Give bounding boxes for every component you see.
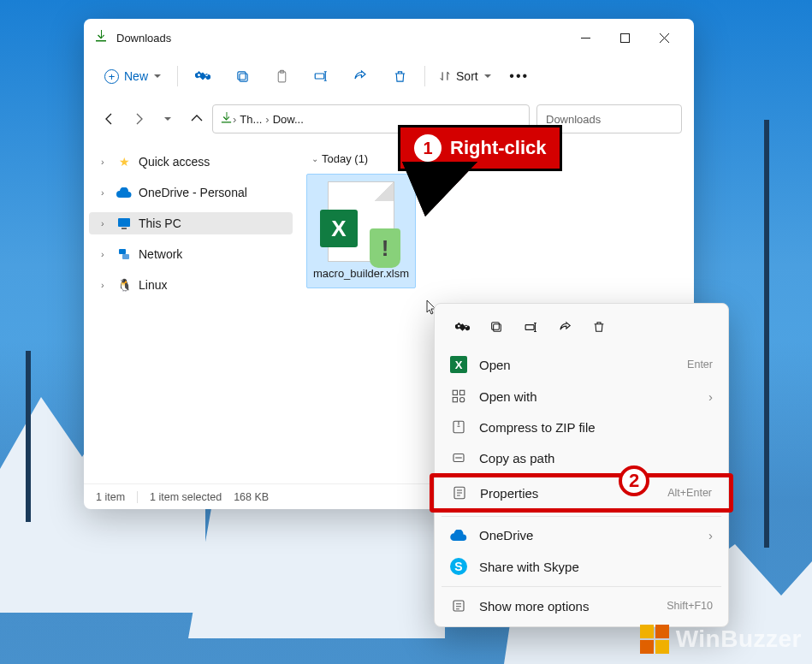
svg-rect-9 — [122, 254, 129, 259]
copy-button[interactable] — [224, 62, 260, 91]
forward-button[interactable] — [125, 104, 152, 133]
ctx-cut-button[interactable] — [447, 314, 477, 340]
pc-icon — [116, 217, 132, 229]
ctx-skype[interactable]: S Share with Skype — [435, 550, 728, 583]
sidebar: › ★ Quick access › OneDrive - Personal ›… — [84, 144, 298, 480]
ctx-more-options[interactable]: Show more options Shift+F10 — [435, 590, 728, 621]
properties-icon — [451, 485, 468, 501]
ctx-share-button[interactable] — [549, 314, 580, 340]
sidebar-item-onedrive[interactable]: › OneDrive - Personal — [89, 181, 293, 204]
copy-path-icon — [450, 450, 467, 465]
context-toolbar — [435, 309, 728, 348]
close-button[interactable] — [644, 24, 684, 51]
svg-rect-2 — [237, 71, 245, 79]
svg-rect-12 — [525, 324, 534, 329]
context-menu: X Open Enter Open with › Compress to ZIP… — [434, 303, 729, 627]
ctx-copy-button[interactable] — [481, 314, 512, 340]
sidebar-item-quickaccess[interactable]: › ★ Quick access — [89, 151, 293, 173]
recent-button[interactable] — [154, 104, 181, 133]
sidebar-item-network[interactable]: › Network — [89, 243, 293, 265]
excel-icon: X — [450, 356, 467, 373]
svg-rect-10 — [494, 324, 501, 332]
delete-button[interactable] — [382, 62, 418, 91]
chevron-right-icon: › — [708, 389, 713, 404]
svg-point-16 — [460, 398, 465, 402]
zip-icon — [450, 419, 467, 435]
linux-icon: 🐧 — [116, 278, 132, 292]
ctx-rename-button[interactable] — [515, 314, 546, 340]
up-button[interactable] — [183, 104, 210, 133]
skype-icon: S — [450, 558, 467, 575]
ctx-onedrive[interactable]: OneDrive › — [435, 520, 728, 550]
ctx-properties[interactable]: Properties Alt+Enter — [430, 473, 733, 513]
cut-button[interactable] — [185, 62, 221, 91]
minimize-button[interactable] — [566, 24, 605, 51]
toolbar: + New Sort ••• — [84, 56, 694, 99]
excel-file-icon: X ! — [328, 181, 394, 262]
downloads-icon — [220, 111, 233, 127]
svg-rect-13 — [453, 390, 457, 394]
titlebar: Downloads — [84, 19, 694, 56]
chevron-right-icon: › — [708, 528, 713, 542]
plus-icon: + — [104, 69, 119, 84]
svg-rect-6 — [118, 218, 130, 227]
nav-row: › Th... › Dow... Downloads — [84, 99, 694, 144]
cloud-icon — [450, 530, 467, 541]
ctx-delete-button[interactable] — [584, 314, 614, 340]
cloud-icon — [116, 187, 132, 198]
svg-rect-7 — [122, 228, 127, 229]
svg-rect-5 — [315, 74, 324, 79]
rename-button[interactable] — [303, 62, 339, 91]
more-button[interactable]: ••• — [502, 62, 536, 91]
file-item[interactable]: X ! macro_builder.xlsm — [306, 174, 416, 288]
back-button[interactable] — [96, 104, 123, 133]
star-icon: ★ — [116, 155, 132, 169]
sidebar-item-linux[interactable]: › 🐧 Linux — [89, 274, 293, 296]
callout-1: 1 Right-click — [398, 125, 562, 171]
window-title: Downloads — [116, 32, 566, 44]
svg-rect-11 — [492, 323, 500, 330]
svg-rect-0 — [620, 33, 629, 42]
callout-2: 2 — [619, 465, 649, 496]
sort-button[interactable]: Sort — [432, 69, 499, 83]
open-with-icon — [450, 388, 467, 404]
svg-rect-1 — [239, 73, 246, 80]
maximize-button[interactable] — [605, 24, 644, 51]
paste-button[interactable] — [264, 62, 299, 91]
ctx-open-with[interactable]: Open with › — [435, 381, 728, 412]
svg-rect-15 — [453, 398, 457, 402]
ctx-compress[interactable]: Compress to ZIP file — [435, 412, 728, 442]
ctx-copy-path[interactable]: Copy as path — [435, 442, 728, 473]
sidebar-item-thispc[interactable]: › This PC — [89, 212, 293, 234]
more-icon — [450, 598, 467, 614]
chevron-down-icon — [153, 72, 162, 80]
share-button[interactable] — [342, 62, 378, 91]
chevron-down-icon — [483, 72, 492, 80]
svg-rect-14 — [460, 390, 465, 394]
new-button[interactable]: + New — [96, 64, 170, 89]
svg-rect-8 — [119, 249, 126, 254]
ctx-open[interactable]: X Open Enter — [435, 348, 728, 381]
network-icon — [116, 248, 132, 260]
downloads-icon — [94, 29, 108, 46]
